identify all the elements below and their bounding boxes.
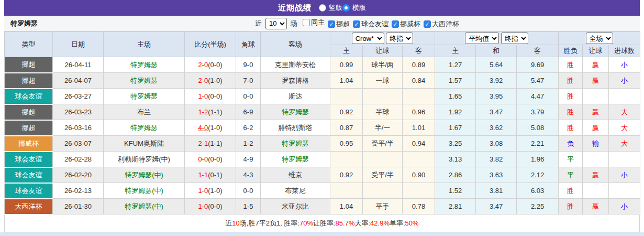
match-type-badge: 球会友谊 [5,167,53,183]
match-date: 26-02-20 [53,167,104,183]
avg-away-odds: 6.03 [517,183,559,199]
subcol-avg-home: 主 [435,45,476,57]
fulltime-score: 1-0 [198,202,208,210]
summary-stats: 近10场,胜7平2负1, 胜率:70% 让胜率:85.7% 大率:42.9% 单… [4,215,640,232]
home-team: 特罗姆瑟(中) [104,183,185,199]
subcol-result-wdl: 胜负 [559,45,583,57]
halftime-score: (1-0) [208,124,222,132]
hcp-line: 半球 [363,104,403,120]
filter-checkbox-item[interactable]: 同主 [303,18,325,27]
match-score: 1-1(0-1) [185,167,236,183]
result-wdl: 胜 [559,183,583,199]
home-team: 特罗姆瑟 [104,73,185,89]
hcp-line [363,89,403,104]
home-team: 布兰 [104,104,185,120]
corners: 6-2 [236,120,261,136]
radio-icon[interactable] [342,4,350,12]
subcol-hcp-home: 主 [330,45,363,57]
average-select[interactable]: 平均值 [465,33,499,44]
checkbox-icon[interactable] [303,19,310,26]
average-odds-group-header: 平均值 终指 [435,32,559,45]
handicap-stage-select[interactable]: 终指 [386,33,413,44]
hcp-home-odds [330,89,363,104]
hcp-line: 球半/两 [363,57,403,73]
result-handicap: 赢 [583,199,609,214]
home-team: 特罗姆瑟(中) [104,167,185,183]
result-goals: 大 [609,120,640,136]
avg-away-odds: 2.12 [517,167,559,183]
match-type-badge: 球会友谊 [5,89,53,104]
average-stage-select[interactable]: 终指 [501,33,528,44]
checkbox-icon[interactable] [424,20,431,28]
avg-away-odds: 1.96 [517,152,559,167]
fulltime-score: 2-1 [198,140,208,147]
avg-home-odds: 3.13 [435,152,476,167]
home-team: 特罗姆瑟 [104,89,185,104]
match-score: 2-1(1-1) [185,136,236,152]
hcp-home-odds: 1.04 [330,73,363,89]
match-type-badge: 挪超 [5,73,53,89]
halftime-score: (1-0) [208,187,222,195]
col-header-score: 比分(半场) [185,32,236,57]
result-goals: 大 [609,136,640,152]
match-date: 26-02-13 [53,183,104,199]
corners: 1-5 [236,199,261,214]
hcp-away-odds [403,89,435,104]
hcp-line [363,183,403,199]
fulltime-score[interactable]: 4-0 [198,124,208,132]
bookmaker-select[interactable]: Crow* [352,33,384,44]
result-goals: 小 [609,73,640,89]
result-wdl: 胜 [559,89,583,104]
checkbox-icon[interactable] [353,20,360,28]
panel-title: 近期战绩 [278,3,312,13]
halftime-score: (1-1) [208,140,222,147]
result-goals: 大 [609,104,640,120]
match-date: 26-03-16 [53,120,104,136]
result-goals [609,183,640,199]
avg-draw-odds: 5.64 [476,57,517,73]
filter-checkbox-item[interactable]: 球会友谊 [353,19,388,29]
fulltime-score: 0-0 [198,155,208,163]
subcol-result-handicap: 让球 [583,45,609,57]
checkbox-icon[interactable] [392,20,399,28]
away-team: 特罗姆瑟 [261,152,330,167]
filter-checkbox-item[interactable]: 大西洋杯 [424,19,459,29]
avg-draw-odds: 3.82 [476,152,517,167]
fulltime-score: 1-1 [198,171,208,179]
filter-checkbox-item[interactable]: 挪超 [328,19,350,29]
avg-draw-odds: 3.95 [476,89,517,104]
layout-radio-group: 竖版横版 [319,3,366,13]
fulltime-score: 1-0 [198,92,208,100]
match-date: 26-04-11 [53,57,104,73]
match-date: 26-04-07 [53,73,104,89]
radio-label: 横版 [352,3,366,13]
hcp-away-odds: 0.96 [403,104,435,120]
halftime-score: (0-0) [208,155,222,163]
recent-count-select[interactable]: 10 [265,18,287,29]
result-goals: 小 [609,167,640,183]
col-header-date: 日期 [53,32,104,57]
avg-home-odds: 1.92 [435,104,476,120]
bottom-divider [0,232,644,236]
hcp-home-odds: 0.99 [330,57,363,73]
summary-stat-label: 让胜率: [313,219,336,228]
hcp-away-odds [403,152,435,167]
match-score: 1-2(1-1) [185,104,236,120]
match-score: 2-0(0-0) [185,57,236,73]
radio-icon[interactable] [319,4,326,12]
avg-home-odds: 2.81 [435,199,476,214]
fulltime-score: 2-0 [198,61,208,69]
match-date: 26-03-07 [53,136,104,152]
match-score: 1-0(1-0) [185,183,236,199]
checkbox-icon[interactable] [328,20,335,28]
match-date: 26-01-30 [53,199,104,214]
layout-radio-unchecked[interactable]: 竖版 [319,3,342,13]
result-goals: 小 [609,57,640,73]
fulltime-select[interactable]: 全场 [586,33,613,44]
filter-checkbox-item[interactable]: 挪威杯 [392,19,420,29]
avg-draw-odds: 3.47 [476,104,517,120]
match-type-badge: 挪超 [5,57,53,73]
hcp-away-odds: 1.01 [403,120,435,136]
col-header-type: 类型 [5,32,53,57]
layout-radio-checked[interactable]: 横版 [342,3,366,13]
